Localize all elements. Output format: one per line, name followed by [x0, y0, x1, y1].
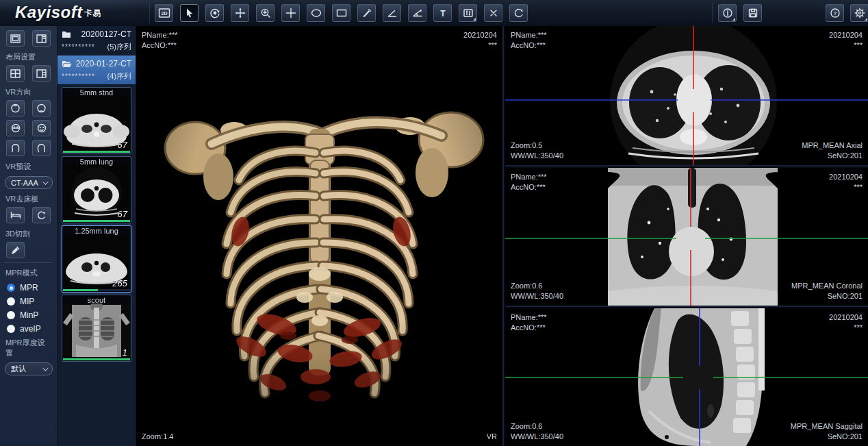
accession-number: AccNO:***: [511, 323, 547, 333]
radio-icon: [7, 284, 15, 292]
mpr-mode-radio[interactable]: MPR: [0, 281, 57, 295]
cursor-button[interactable]: [180, 4, 199, 22]
radio-icon: [7, 311, 15, 319]
mpr-coronal-viewport[interactable]: PName:***AccNO:*** 20210204*** Zoom:0.6W…: [505, 168, 868, 307]
minp-mode-radio[interactable]: MinP: [0, 308, 57, 322]
svg-text:T: T: [440, 9, 446, 18]
vr-preset-value: CT-AAA: [11, 179, 38, 187]
window-level: WW/WL:350/40: [511, 291, 563, 301]
vr-preset-select[interactable]: CT-AAA: [5, 176, 53, 189]
series-thumbnail[interactable]: scout 1: [62, 295, 131, 362]
series-thumbnail[interactable]: 1.25mm lung 265: [62, 225, 131, 293]
mpr-thickness-value: 默认: [11, 364, 26, 374]
top-toolbar: Kayisoft卡易 2D: [0, 0, 868, 26]
mip-mode-radio[interactable]: MIP: [0, 295, 57, 308]
vr-head-right-icon[interactable]: [32, 140, 51, 156]
zoom-in-button[interactable]: [256, 4, 275, 22]
divider: [4, 262, 53, 263]
series-number: SeNO:201: [791, 291, 863, 301]
series-number: SeNO:201: [802, 151, 863, 161]
layout-report-icon[interactable]: [32, 30, 51, 47]
ellipse-tool-button[interactable]: [307, 4, 325, 22]
series-thumbnail[interactable]: 5mm stnd 67: [62, 87, 131, 154]
rotate-3d-button[interactable]: [205, 4, 224, 22]
layout-1-plus-2-icon[interactable]: [32, 65, 51, 82]
xray-scout-thumb: [62, 303, 131, 358]
rectangle-tool-button[interactable]: [332, 4, 350, 22]
accession-number: AccNO:***: [511, 40, 547, 51]
angle-tool-button[interactable]: [383, 4, 401, 22]
vr-remove-bed-label: VR去床板: [0, 192, 57, 207]
help-button[interactable]: ?: [826, 4, 844, 22]
vr-preset-label: VR预设: [0, 160, 57, 175]
mpr-mode-label: MPR模式: [0, 266, 57, 281]
measure-length-button[interactable]: [357, 4, 376, 22]
crosshair-button[interactable]: [281, 4, 300, 22]
load-progress: [63, 151, 130, 153]
radio-icon: [7, 297, 15, 306]
mpr-thickness-label: MPR厚度设置: [0, 336, 57, 361]
mpr-axial-viewport[interactable]: PName:***AccNO:*** 20210204*** Zoom:0.5W…: [505, 26, 868, 166]
patient-name: PName:***: [511, 172, 547, 182]
mpr-sagittal-viewport[interactable]: PName:***AccNO:*** 20210204*** Zoom:0.6W…: [505, 308, 868, 446]
masked-value: ***: [829, 323, 863, 333]
vr-face-front-icon[interactable]: [6, 120, 25, 136]
folder-closed-icon: [62, 30, 71, 38]
load-progress: [63, 289, 130, 291]
study-item[interactable]: 2020-01-27-CT ********** (4)序列: [58, 55, 136, 85]
study-date: 20210204: [829, 172, 863, 182]
vr-head-left-icon[interactable]: [6, 140, 25, 156]
mpr-plane-label: MPR_MEAN Saggital: [791, 421, 863, 432]
toolbar-divider: [712, 3, 713, 23]
patient-name: PName:***: [511, 312, 547, 323]
toolbar-divider: [149, 3, 150, 23]
vr-head-posterior-icon[interactable]: [6, 100, 25, 116]
cobb-angle-button[interactable]: [408, 4, 426, 22]
zoom-factor: Zoom:1.4: [142, 432, 173, 442]
delete-annotation-button[interactable]: [484, 4, 502, 22]
svg-text:2D: 2D: [161, 11, 167, 16]
layout-grid-2x2-icon[interactable]: [6, 65, 25, 82]
vr-ribcage-render: [136, 26, 504, 446]
text-annotation-button[interactable]: T: [433, 4, 452, 22]
view-2d-button[interactable]: 2D: [155, 4, 173, 22]
load-progress: [63, 220, 130, 222]
series-thumbnail[interactable]: 5mm lung 67: [62, 156, 131, 223]
layout-settings-label: 布局设置: [0, 50, 57, 65]
mpr-plane-label: MPR_MEAN Axial: [802, 140, 863, 151]
accession-number: AccNO:***: [142, 40, 178, 51]
study-date: 20210204: [829, 30, 863, 40]
load-progress: [63, 358, 130, 360]
series-panel: 20200127-CT ********** (5)序列 2020-01-27-…: [58, 26, 136, 446]
masked-value: ***: [829, 40, 863, 51]
vr-viewport[interactable]: PName:***AccNO:*** 20210204*** Zoom:1.4 …: [136, 26, 504, 446]
window-level-button[interactable]: [459, 4, 477, 22]
cut-3d-label: 3D切割: [0, 227, 57, 242]
reset-button[interactable]: [509, 4, 528, 22]
masked-value: ***: [829, 182, 863, 193]
remove-bed-icon[interactable]: [6, 207, 25, 223]
render-mode-label: VR: [487, 432, 497, 442]
vr-head-anterior-icon[interactable]: [32, 100, 51, 116]
patient-name: PName:***: [142, 30, 178, 40]
vr-face-back-icon[interactable]: [32, 120, 51, 136]
zoom-factor: Zoom:0.5: [511, 140, 563, 151]
study-item[interactable]: 20200127-CT ********** (5)序列: [58, 26, 136, 55]
bed-reset-icon[interactable]: [32, 207, 51, 223]
save-button[interactable]: [743, 4, 762, 22]
patient-name: PName:***: [511, 30, 547, 40]
mpr-plane-label: MPR_MEAN Coronal: [791, 281, 863, 291]
pan-button[interactable]: [231, 4, 249, 22]
layout-single-icon[interactable]: [6, 30, 25, 47]
scalpel-icon[interactable]: [6, 242, 25, 258]
radio-icon: [7, 325, 15, 333]
accession-number: AccNO:***: [511, 182, 547, 193]
report-button[interactable]: [718, 4, 737, 22]
settings-button[interactable]: [850, 4, 868, 22]
aveip-mode-radio[interactable]: aveIP: [0, 322, 57, 336]
study-date: 20210204: [829, 312, 863, 323]
brand-logo: Kayisoft卡易: [15, 3, 101, 22]
window-level: WW/WL:350/40: [511, 432, 563, 442]
mpr-thickness-select[interactable]: 默认: [5, 362, 53, 375]
study-date: 20210204: [463, 30, 497, 40]
